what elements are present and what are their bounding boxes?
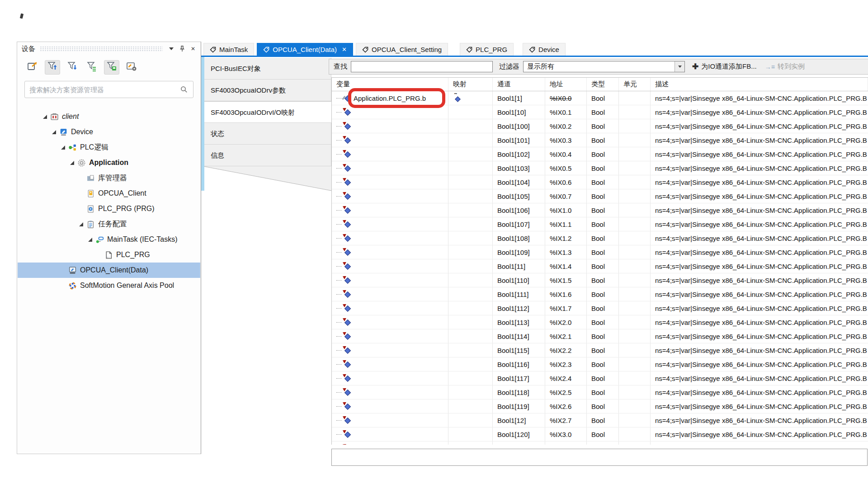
- filter-down-button[interactable]: [65, 61, 80, 74]
- filter-list-icon: [86, 61, 97, 73]
- tree-item-plc-prg-prg[interactable]: PLC_PRG (PRG): [18, 201, 200, 216]
- table-row[interactable]: Bool1[117]%IX2.4Boolns=4;s=|var|Sinsegye…: [332, 371, 868, 385]
- table-row[interactable]: Bool1[110]%IX1.5Boolns=4;s=|var|Sinsegye…: [332, 273, 868, 287]
- table-row[interactable]: Bool1[115]%IX2.2Boolns=4;s=|var|Sinsegye…: [332, 343, 868, 357]
- filter-list-button[interactable]: [85, 61, 99, 74]
- table-row[interactable]: Bool1[106]%IX1.0Boolns=4;s=|var|Sinsegye…: [332, 203, 868, 217]
- filter-save-button[interactable]: [104, 60, 119, 75]
- variable-icon: [343, 375, 351, 382]
- table-row[interactable]: Bool1[112]%IX1.7Boolns=4;s=|var|Sinsegye…: [332, 301, 868, 315]
- tree-expand-arrow[interactable]: [87, 236, 94, 243]
- panel-pin-button[interactable]: [178, 45, 186, 53]
- column-header-变量[interactable]: 变量: [332, 78, 448, 91]
- table-row[interactable]: Bool1[111]%IX1.6Boolns=4;s=|var|Sinsegye…: [332, 287, 868, 301]
- column-header-单元[interactable]: 单元: [619, 78, 651, 91]
- view-settings-button[interactable]: [124, 61, 139, 74]
- table-row[interactable]: Bool1[103]%IX0.5Boolns=4;s=|var|Sinsegye…: [332, 161, 868, 175]
- table-row[interactable]: Bool1[109]%IX1.3Boolns=4;s=|var|Sinsegye…: [332, 245, 868, 259]
- table-row[interactable]: Bool1[108]%IX1.2Boolns=4;s=|var|Sinsegye…: [332, 231, 868, 245]
- table-row[interactable]: Bool1[116]%IX2.3Boolns=4;s=|var|Sinsegye…: [332, 357, 868, 371]
- table-row[interactable]: Bool1[11]%IX1.4Boolns=4;s=|var|Sinsegye …: [332, 259, 868, 273]
- tree-item-opcua-client[interactable]: OPCUA_Client: [18, 186, 200, 201]
- table-row[interactable]: Bool1[114]%IX2.1Boolns=4;s=|var|Sinsegye…: [332, 329, 868, 343]
- mapping-cell: [448, 413, 493, 427]
- search-input[interactable]: [25, 86, 180, 94]
- table-row[interactable]: Bool1[101]%IX0.3Boolns=4;s=|var|Sinsegye…: [332, 133, 868, 147]
- table-row[interactable]: Bool1[120]%IX3.0Boolns=4;s=|var|Sinsegye…: [332, 427, 868, 441]
- goto-instance-button[interactable]: →≡ 转到实例: [765, 62, 805, 71]
- table-row[interactable]: Bool1[121]%IX3.1Boolns=4;s=|var|Sinsegye…: [332, 441, 868, 445]
- description-cell: ns=4;s=|var|Sinsegye x86_64-Linux-SM-CNC…: [651, 259, 868, 273]
- tree-item-maintask-iec-tasks[interactable]: MainTask (IEC-Tasks): [18, 232, 200, 247]
- tab-opcua-client-data-[interactable]: OPCUA_Client(Data)✕: [257, 43, 353, 56]
- tree-item-plc[interactable]: PLC逻辑: [18, 140, 200, 155]
- tree-dots: [336, 294, 342, 295]
- panel-menu-button[interactable]: [167, 45, 175, 53]
- tree-expand-arrow[interactable]: [60, 144, 66, 150]
- address-cell: %IX2.5: [545, 385, 587, 399]
- tree-item-opcua-client-data[interactable]: OPCUA_Client(Data): [18, 263, 200, 278]
- tree-item-plc-prg[interactable]: N C 1PLC_PRG: [18, 247, 200, 263]
- table-row[interactable]: Bool1[118]%IX2.5Boolns=4;s=|var|Sinsegye…: [332, 385, 868, 399]
- tree-arrow-slot: [60, 267, 66, 273]
- subtab--[interactable]: 信息: [204, 145, 331, 166]
- address-cell: %IX0.2: [545, 119, 587, 133]
- description-cell: ns=4;s=|var|Sinsegye x86_64-Linux-SM-CNC…: [651, 427, 868, 441]
- tree-dots: [336, 420, 342, 421]
- mapping-cell: [448, 203, 493, 217]
- active-tab-underline: [201, 56, 868, 57]
- column-header-描述[interactable]: 描述: [651, 78, 868, 91]
- subtab--[interactable]: 状态: [204, 123, 331, 145]
- subtab-pci-busiec-[interactable]: PCI-BusIEC对象: [204, 58, 331, 80]
- tree-expand-arrow[interactable]: [42, 113, 48, 120]
- tree-expand-arrow[interactable]: [69, 160, 75, 166]
- column-header-通道[interactable]: 通道: [493, 78, 545, 91]
- tree-dots: [336, 364, 342, 365]
- table-row[interactable]: Bool1[102]%IX0.4Boolns=4;s=|var|Sinsegye…: [332, 147, 868, 161]
- tree-expand-arrow[interactable]: [51, 129, 57, 135]
- variable-icon: [343, 277, 351, 284]
- tree-item-client[interactable]: client: [18, 109, 200, 124]
- table-row[interactable]: Application.PLC_PRG.b˜Bool1[1]%IX0.0Bool…: [332, 91, 868, 105]
- filter-dropdown[interactable]: 显示所有: [523, 61, 685, 72]
- tree-item-application[interactable]: Application: [18, 155, 200, 170]
- tree-item-device[interactable]: Device: [18, 124, 200, 140]
- table-row[interactable]: Bool1[100]%IX0.2Boolns=4;s=|var|Sinsegye…: [332, 119, 868, 133]
- unit-cell: [619, 245, 651, 259]
- tab-maintask[interactable]: MainTask: [203, 43, 254, 56]
- table-row[interactable]: Bool1[12]%IX2.7Boolns=4;s=|var|Sinsegye …: [332, 413, 868, 427]
- panel-close-button[interactable]: ✕: [189, 45, 197, 53]
- table-row[interactable]: Bool1[104]%IX0.6Boolns=4;s=|var|Sinsegye…: [332, 175, 868, 189]
- dropdown-arrow-icon[interactable]: [675, 61, 684, 72]
- type-cell: Bool: [587, 105, 619, 119]
- table-row[interactable]: Bool1[10]%IX0.1Boolns=4;s=|var|Sinsegye …: [332, 105, 868, 119]
- find-input[interactable]: [351, 61, 493, 72]
- column-header-映射[interactable]: 映射: [448, 78, 493, 91]
- tree-expand-arrow[interactable]: [78, 221, 85, 227]
- subtab-sf4003opcuaiodrvi-o-[interactable]: SF4003OpcuaIODrvI/O映射: [204, 101, 332, 123]
- close-icon[interactable]: ✕: [342, 46, 347, 53]
- tab-opcua-client-setting[interactable]: OPCUA_Client_Setting: [356, 43, 448, 56]
- add-fb-button[interactable]: ✚ 为IO通道添加FB...: [692, 62, 757, 71]
- column-header-类型[interactable]: 类型: [587, 78, 619, 91]
- tree-item-node[interactable]: 库管理器: [18, 170, 200, 186]
- column-header-地址[interactable]: 地址: [545, 78, 587, 91]
- table-row[interactable]: Bool1[113]%IX2.0Boolns=4;s=|var|Sinsegye…: [332, 315, 868, 329]
- tab-plc-prg[interactable]: PLC_PRG: [460, 43, 514, 56]
- subtab-sf4003opcuaiodrv-[interactable]: SF4003OpcuaIODrv参数: [204, 80, 331, 101]
- type-cell: Bool: [587, 161, 619, 175]
- unit-cell: [619, 399, 651, 413]
- variable-icon: [343, 361, 351, 368]
- table-row[interactable]: Bool1[107]%IX1.1Boolns=4;s=|var|Sinsegye…: [332, 217, 868, 231]
- tree-item-softmotion-general-axis-pool[interactable]: SoftMotion General Axis Pool: [18, 278, 200, 293]
- tag-icon: [210, 47, 216, 53]
- export-view-button[interactable]: [25, 61, 40, 74]
- table-row[interactable]: Bool1[119]%IX2.6Boolns=4;s=|var|Sinsegye…: [332, 399, 868, 413]
- tree-item-node[interactable]: 任务配置: [18, 216, 200, 232]
- table-row[interactable]: Bool1[105]%IX0.7Boolns=4;s=|var|Sinsegye…: [332, 189, 868, 203]
- filter-up-button[interactable]: [45, 60, 60, 75]
- unit-cell: [619, 329, 651, 343]
- variable-icon: [343, 389, 351, 396]
- tab-device[interactable]: Device: [523, 43, 566, 56]
- opcua-client-icon: [86, 189, 95, 198]
